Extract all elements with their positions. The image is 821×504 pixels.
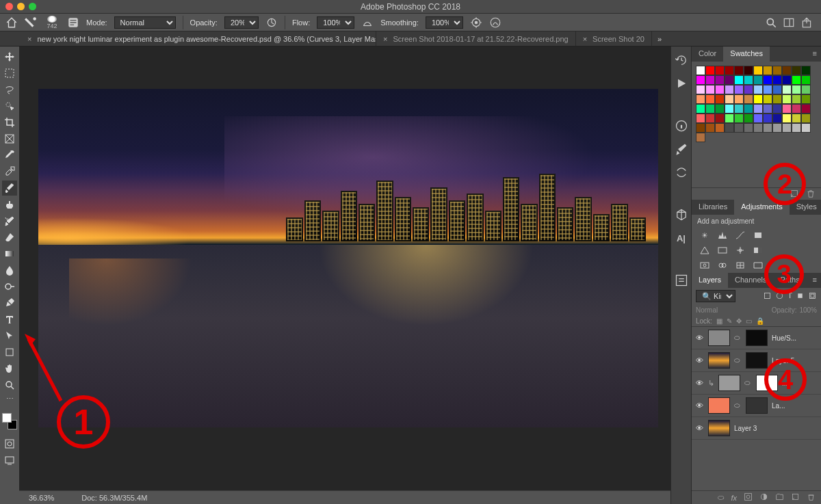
layer-thumbnail[interactable] xyxy=(708,397,730,414)
layer-thumbnail[interactable] xyxy=(708,420,730,436)
swatch[interactable] xyxy=(725,114,734,123)
adjustment-layer-icon[interactable] xyxy=(759,492,768,503)
swatch[interactable] xyxy=(696,66,705,75)
canvas-area[interactable]: 1 36.63% Doc: 56.3M/355.4M xyxy=(19,47,670,504)
swatch[interactable] xyxy=(772,85,782,94)
brush-preset-picker[interactable]: 742 xyxy=(44,16,60,29)
exposure-adjust-icon[interactable] xyxy=(752,230,764,241)
filter-pixel-icon[interactable] xyxy=(763,291,772,302)
layer-thumbnail[interactable] xyxy=(708,330,730,346)
new-layer-icon[interactable] xyxy=(791,492,800,503)
foreground-background-colors[interactable] xyxy=(2,413,17,429)
swatch[interactable] xyxy=(725,66,734,75)
swatch[interactable] xyxy=(734,85,744,94)
healing-brush-tool[interactable] xyxy=(2,164,17,179)
swatch[interactable] xyxy=(696,94,705,104)
airbrush-icon[interactable] xyxy=(361,16,374,29)
mask-thumbnail[interactable] xyxy=(746,352,768,369)
dodge-tool[interactable] xyxy=(2,279,17,294)
layer-row[interactable]: 👁Layer 3 xyxy=(692,417,821,440)
vibrance-adjust-icon[interactable] xyxy=(699,245,711,256)
swatch[interactable] xyxy=(801,85,811,94)
layer-name[interactable]: Layer 3 xyxy=(734,425,818,432)
search-icon[interactable] xyxy=(765,16,777,29)
swatch[interactable] xyxy=(705,66,715,75)
swatch[interactable] xyxy=(763,85,772,94)
layer-row[interactable]: 👁⬭Hue/S... xyxy=(692,327,821,349)
swatch[interactable] xyxy=(744,85,753,94)
photo-filter-adjust-icon[interactable] xyxy=(699,260,711,271)
layer-blend-value[interactable]: Normal xyxy=(696,306,718,314)
workspace-icon[interactable] xyxy=(783,16,795,29)
swatch[interactable] xyxy=(715,123,725,133)
color-balance-adjust-icon[interactable] xyxy=(734,245,746,256)
window-minimize-icon[interactable] xyxy=(17,3,25,10)
swatch[interactable] xyxy=(801,123,811,133)
blur-tool[interactable] xyxy=(2,263,17,278)
swatch[interactable] xyxy=(792,94,801,104)
swatch[interactable] xyxy=(696,85,705,94)
lock-position-icon[interactable]: ✥ xyxy=(736,317,742,325)
swatch[interactable] xyxy=(734,75,744,85)
quick-select-tool[interactable] xyxy=(2,98,17,114)
edit-toolbar-icon[interactable]: ⋯ xyxy=(2,394,17,403)
swatch[interactable] xyxy=(801,75,811,85)
group-layers-icon[interactable] xyxy=(775,492,784,503)
pressure-size-icon[interactable] xyxy=(489,16,501,29)
zoom-tool[interactable] xyxy=(2,377,17,393)
frame-tool[interactable] xyxy=(2,131,17,146)
clone-stamp-tool[interactable] xyxy=(2,197,17,212)
layer-row[interactable]: 👁↳⬭... xyxy=(692,372,821,395)
close-icon[interactable]: × xyxy=(383,35,387,43)
swatch[interactable] xyxy=(744,123,753,133)
new-swatch-icon[interactable] xyxy=(790,189,799,200)
swatch[interactable] xyxy=(753,66,763,75)
swatch[interactable] xyxy=(734,94,744,104)
layer-name[interactable]: Layer 5 xyxy=(772,357,818,364)
layer-name[interactable]: ... xyxy=(782,380,818,387)
swatch[interactable] xyxy=(725,123,734,133)
home-icon[interactable] xyxy=(5,16,18,29)
channel-mixer-adjust-icon[interactable] xyxy=(716,260,729,271)
swatch[interactable] xyxy=(801,114,811,123)
bw-adjust-icon[interactable] xyxy=(752,245,764,256)
swatch[interactable] xyxy=(763,104,772,114)
blend-mode-select[interactable]: Normal xyxy=(114,16,176,29)
mask-thumbnail[interactable] xyxy=(746,397,768,414)
swatch[interactable] xyxy=(744,66,753,75)
lasso-tool[interactable] xyxy=(2,82,17,97)
share-icon[interactable] xyxy=(800,16,813,29)
move-tool[interactable] xyxy=(2,49,17,64)
swatch[interactable] xyxy=(782,85,792,94)
swatch[interactable] xyxy=(763,94,772,104)
swatch[interactable] xyxy=(753,114,763,123)
swatch[interactable] xyxy=(734,66,744,75)
tab-layers[interactable]: Layers xyxy=(692,273,728,288)
smoothing-select[interactable]: 100% xyxy=(426,16,463,29)
swatch[interactable] xyxy=(725,94,734,104)
swatch[interactable] xyxy=(715,66,725,75)
hand-tool[interactable] xyxy=(2,361,17,376)
link-layers-icon[interactable]: ⬭ xyxy=(718,493,724,502)
3d-panel-icon[interactable] xyxy=(675,208,688,222)
swatch[interactable] xyxy=(734,114,744,123)
pressure-opacity-icon[interactable] xyxy=(265,16,278,29)
swatch[interactable] xyxy=(772,123,782,133)
swatch[interactable] xyxy=(772,104,782,114)
shape-tool[interactable] xyxy=(2,345,17,360)
quick-mask-icon[interactable] xyxy=(2,436,17,451)
swatch[interactable] xyxy=(792,66,801,75)
layer-thumbnail[interactable] xyxy=(718,375,740,391)
swatch[interactable] xyxy=(715,85,725,94)
visibility-icon[interactable]: 👁 xyxy=(694,356,704,364)
swatch[interactable] xyxy=(753,123,763,133)
swatch[interactable] xyxy=(696,75,705,85)
swatch[interactable] xyxy=(744,94,753,104)
tab-paths[interactable]: Paths xyxy=(774,273,807,288)
info-panel-icon[interactable] xyxy=(675,119,688,133)
swatch[interactable] xyxy=(715,75,725,85)
mask-link-icon[interactable]: ⬭ xyxy=(744,379,751,387)
history-brush-tool[interactable] xyxy=(2,213,17,228)
swatch[interactable] xyxy=(696,133,705,142)
delete-layer-icon[interactable] xyxy=(807,492,816,503)
